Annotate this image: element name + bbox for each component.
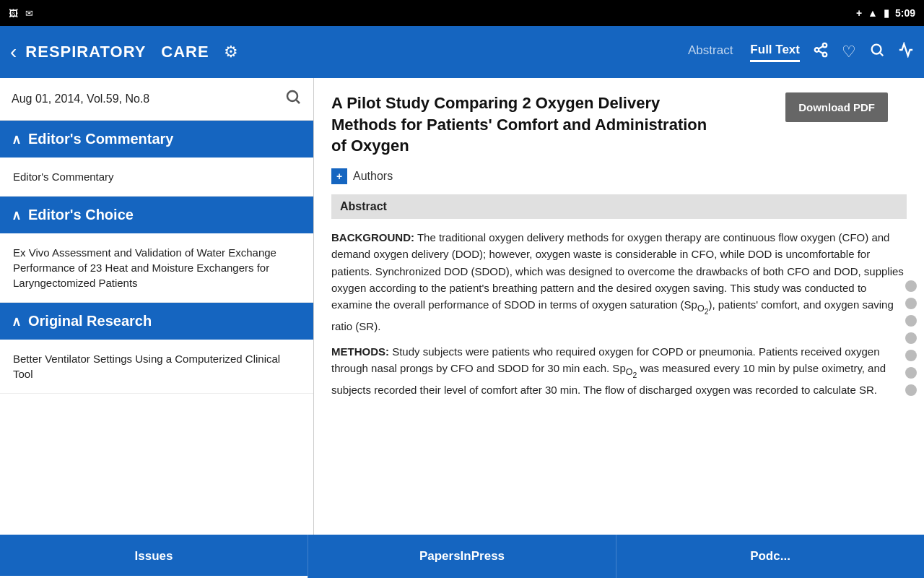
heart-icon[interactable]: ♡ [842,43,856,61]
scroll-dot-5 [905,350,917,361]
authors-label: Authors [353,170,393,183]
screen-icon: 🖼 [9,8,18,19]
scroll-dot-3 [905,315,917,327]
section-title-editors-commentary: Editor's Commentary [28,131,173,147]
search-icon[interactable] [869,42,885,62]
sidebar-header: Aug 01, 2014, Vol.59, No.8 [0,78,313,121]
scroll-dot-2 [905,298,917,309]
tab-issues[interactable]: Issues [0,535,308,578]
authors-expand-button[interactable]: + [331,168,347,184]
main-layout: Aug 01, 2014, Vol.59, No.8 ∧ Editor's Co… [0,78,924,535]
methods-label: METHODS: [331,345,389,358]
logo-care: CARE [161,43,209,61]
section-toggle-original-research: ∧ [12,314,21,329]
time-display: 5:09 [895,7,915,19]
section-title-editors-choice: Editor's Choice [28,207,134,223]
svg-point-5 [872,45,881,54]
top-nav: ‹ RESPIRATORY CARE ⚙ Abstract Full Text … [0,26,924,78]
background-label: BACKGROUND: [331,231,414,243]
abstract-header: Abstract [331,194,907,219]
scroll-dot-4 [905,332,917,344]
scroll-dot-1 [905,280,917,292]
article-title: A Pilot Study Comparing 2 Oxygen Deliver… [331,92,721,157]
background-paragraph: BACKGROUND: The traditional oxygen deliv… [331,229,907,335]
wifi-icon: ▲ [868,7,878,19]
background-subscript: pO2 [692,298,709,311]
svg-point-0 [823,43,827,48]
app-logo: RESPIRATORY CARE [25,43,209,61]
section-header-editors-choice[interactable]: ∧ Editor's Choice [0,197,313,233]
svg-point-7 [287,91,297,101]
top-nav-right: Abstract Full Text ♡ [324,42,914,62]
chart-icon[interactable] [898,42,914,62]
bottom-tab-bar: Issues PapersInPress Podc... [0,535,924,578]
bluetooth-icon: + [856,7,862,19]
section-toggle-editors-commentary: ∧ [12,131,21,147]
email-icon: ✉ [25,8,33,19]
methods-subscript: pO2 [619,362,637,374]
content-area: Download PDF A Pilot Study Comparing 2 O… [314,78,924,535]
settings-icon[interactable]: ⚙ [224,43,238,61]
section-header-editors-commentary[interactable]: ∧ Editor's Commentary [0,121,313,158]
download-pdf-button[interactable]: Download PDF [785,92,888,122]
section-header-original-research[interactable]: ∧ Original Research [0,303,313,340]
svg-line-6 [880,53,883,56]
sidebar-date: Aug 01, 2014, Vol.59, No.8 [12,92,149,105]
section-title-original-research: Original Research [28,313,152,329]
scroll-dot-7 [905,384,917,396]
tab-fulltext[interactable]: Full Text [750,43,800,62]
svg-point-1 [815,48,819,52]
battery-icon: ▮ [884,7,889,19]
svg-line-8 [297,100,300,103]
scroll-dots [905,280,917,396]
methods-paragraph: METHODS: Study subjects were patients wh… [331,343,907,398]
list-item-better-ventilator[interactable]: Better Ventilator Settings Using a Compu… [0,340,313,394]
sidebar-search-icon[interactable] [284,88,302,110]
svg-line-4 [819,46,823,49]
back-button[interactable]: ‹ [10,40,17,64]
sidebar: Aug 01, 2014, Vol.59, No.8 ∧ Editor's Co… [0,78,314,535]
abstract-body: BACKGROUND: The traditional oxygen deliv… [331,229,907,398]
logo-respiratory: RESPIRATORY [25,43,146,61]
svg-line-3 [819,51,823,53]
tab-podcasts[interactable]: Podc... [616,535,924,578]
list-item-editors-choice[interactable]: Ex Vivo Assessment and Validation of Wat… [0,233,313,303]
list-item-editors-commentary[interactable]: Editor's Commentary [0,158,313,197]
status-bar: 🖼 ✉ + ▲ ▮ 5:09 [0,0,924,26]
svg-point-2 [823,53,827,57]
share-icon[interactable] [813,42,829,62]
tab-abstract[interactable]: Abstract [688,43,733,61]
status-bar-right: + ▲ ▮ 5:09 [856,7,915,19]
section-toggle-editors-choice: ∧ [12,207,21,223]
top-nav-left: ‹ RESPIRATORY CARE ⚙ [10,40,324,64]
tab-papersinpress[interactable]: PapersInPress [308,535,616,578]
authors-row: + Authors [331,168,907,184]
scroll-dot-6 [905,367,917,379]
nav-tabs: Abstract Full Text [688,43,800,62]
status-bar-left: 🖼 ✉ [9,8,33,19]
